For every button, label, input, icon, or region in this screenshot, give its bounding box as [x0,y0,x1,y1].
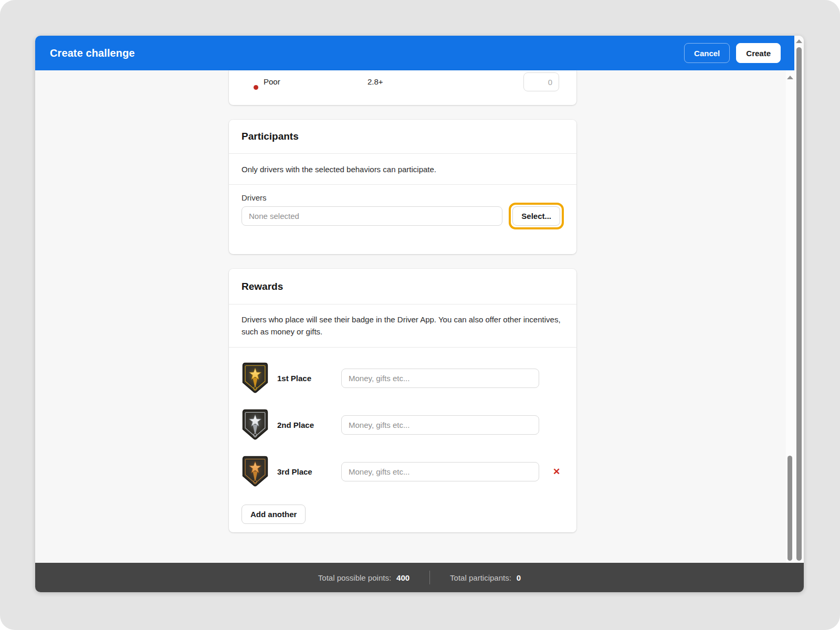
rewards-description: Drivers who place will see their badge i… [229,304,576,348]
total-participants-label: Total participants: [450,573,511,582]
poor-status-dot-icon [254,85,258,90]
rewards-list: 1st Place 2nd Place [229,348,576,487]
behaviors-card-partial: Poor 2.8+ [229,70,576,105]
remove-reward-icon[interactable]: ✕ [552,466,561,477]
behavior-points-input[interactable] [523,72,559,91]
summary-footer: Total possible points: 400 Total partici… [35,563,804,592]
total-points-label: Total possible points: [318,573,391,582]
page-scrollbar-thumb[interactable] [796,47,802,561]
select-highlight-ring: Select... [509,203,564,229]
reward-row-second: 2nd Place [242,409,564,440]
total-points-value: 400 [396,573,410,582]
participants-description: Only drivers with the selected behaviors… [229,154,576,185]
first-place-label: 1st Place [277,374,341,383]
rewards-card: Rewards Drivers who place will see their… [229,269,576,532]
rewards-title: Rewards [229,269,576,304]
third-place-label: 3rd Place [277,467,341,476]
footer-divider [429,571,430,584]
behavior-rating-label: Poor [264,77,280,86]
first-place-reward-input[interactable] [341,369,539,388]
create-challenge-dialog: Create challenge Cancel Create Poor 2.8+… [35,36,804,592]
second-place-reward-input[interactable] [341,415,539,435]
third-place-reward-input[interactable] [341,462,539,481]
behavior-threshold-value: 2.8+ [368,77,383,86]
reward-row-first: 1st Place [242,362,564,394]
content-scrollbar[interactable] [786,70,794,563]
cancel-button[interactable]: Cancel [684,43,730,63]
page: Create challenge Cancel Create Poor 2.8+… [0,0,840,630]
page-title: Create challenge [50,47,135,59]
page-scroll-up-arrow-icon[interactable] [796,39,802,43]
total-participants-value: 0 [517,573,521,582]
reward-row-third: 3rd Place ✕ [242,456,564,487]
drivers-form: Drivers Select... [229,185,576,229]
second-place-label: 2nd Place [277,421,341,429]
create-button[interactable]: Create [736,43,781,63]
participants-title: Participants [229,120,576,154]
scroll-up-arrow-icon[interactable] [787,76,793,79]
drivers-input[interactable] [242,206,502,226]
drivers-label: Drivers [242,193,564,202]
third-place-badge-icon [242,456,269,487]
page-scrollbar[interactable] [794,36,804,563]
second-place-badge-icon [242,409,269,440]
select-drivers-button[interactable]: Select... [512,206,560,226]
content-scrollbar-thumb[interactable] [788,456,792,561]
add-another-button[interactable]: Add another [242,505,306,524]
first-place-badge-icon [242,362,269,394]
header-actions: Cancel Create [684,43,781,63]
dialog-header: Create challenge Cancel Create [35,36,794,70]
participants-card: Participants Only drivers with the selec… [229,120,576,254]
